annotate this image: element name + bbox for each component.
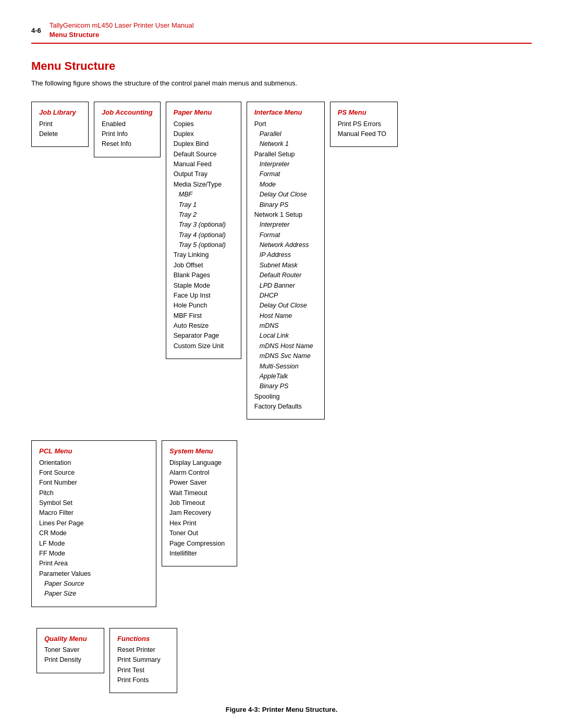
figure-caption: Figure 4-3: Printer Menu Structure. [31,706,532,713]
ja-item-printinfo: Print Info [102,129,153,139]
job-library-title: Job Library [39,107,81,118]
row1: Job Library Print Delete Job Accounting … [31,102,532,419]
header-bar: 4-6 TallyGenicom mL450 Laser Printer Use… [31,21,532,44]
pcl-menu-title: PCL Menu [39,446,149,456]
quality-menu-title: Quality Menu [44,634,96,644]
functions-title: Functions [117,634,169,644]
paper-menu-title: Paper Menu [174,107,234,118]
jl-item-delete: Delete [39,129,81,139]
job-library-box: Job Library Print Delete [31,102,89,147]
pcl-menu-box: PCL Menu Orientation Font Source Font Nu… [31,440,156,607]
system-menu-title: System Menu [169,446,229,456]
functions-box: Functions Reset Printer Print Summary Pr… [109,628,177,694]
job-accounting-title: Job Accounting [102,107,153,118]
ps-menu-box: PS Menu Print PS Errors Manual Feed TO [330,102,398,147]
ja-item-enabled: Enabled [102,119,153,129]
page-number: 4-6 [31,27,41,34]
paper-menu-box: Paper Menu Copies Duplex Duplex Bind Def… [166,102,241,359]
ps-menu-title: PS Menu [338,107,390,118]
ja-item-resetinfo: Reset Info [102,139,153,149]
job-accounting-box: Job Accounting Enabled Print Info Reset … [94,102,161,157]
header-title: TallyGenicom mL450 Laser Printer User Ma… [50,21,194,40]
section-title: Menu Structure [31,59,532,73]
system-menu-box: System Menu Display Language Alarm Contr… [162,440,237,566]
row3: Quality Menu Toner Saver Print Density F… [31,628,532,694]
interface-menu-title: Interface Menu [254,107,317,118]
page: 4-6 TallyGenicom mL450 Laser Printer Use… [0,0,563,728]
quality-menu-box: Quality Menu Toner Saver Print Density [36,628,104,673]
jl-item-print: Print [39,119,81,129]
row2: PCL Menu Orientation Font Source Font Nu… [31,440,532,607]
intro-text: The following figure shows the structure… [31,79,532,87]
diagram-area: Job Library Print Delete Job Accounting … [31,102,532,693]
interface-menu-box: Interface Menu Port Parallel Network 1 P… [247,102,325,419]
